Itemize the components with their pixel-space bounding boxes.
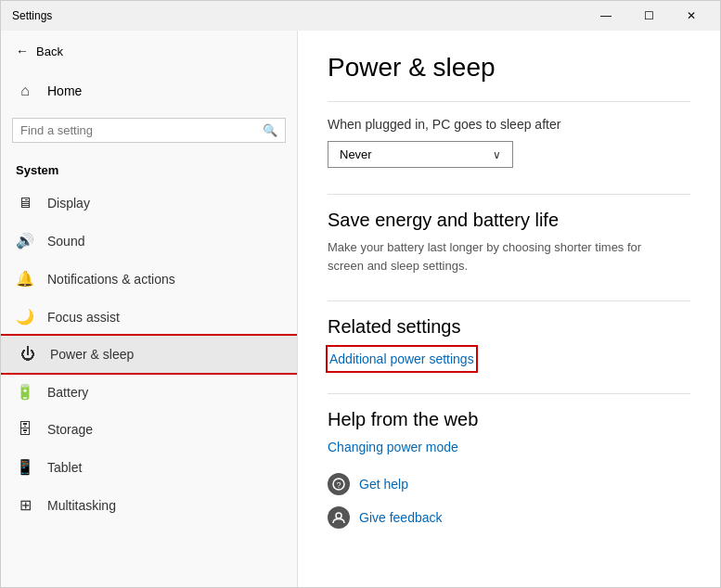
divider-4 [328, 393, 690, 394]
back-label: Back [36, 45, 63, 58]
divider-3 [328, 300, 690, 301]
save-energy-desc: Make your battery last longer by choosin… [328, 238, 680, 275]
window-content: ← Back ⌂ Home 🔍 System 🖥 Display 🔊 Sound [1, 31, 720, 587]
get-help-icon: ? [328, 473, 350, 495]
sidebar-item-display-label: Display [47, 196, 90, 211]
titlebar: Settings — ☐ ✕ [1, 1, 720, 31]
additional-power-settings-link[interactable]: Additional power settings [329, 352, 474, 366]
get-help-link[interactable]: Get help [359, 477, 408, 492]
home-nav-item[interactable]: ⌂ Home [1, 71, 297, 110]
notifications-icon: 🔔 [16, 270, 34, 288]
minimize-button[interactable]: — [585, 1, 627, 31]
storage-icon: 🗄 [16, 421, 34, 438]
sidebar-item-display[interactable]: 🖥 Display [1, 185, 297, 222]
sidebar-item-tablet[interactable]: 📱 Tablet [1, 448, 297, 486]
page-title: Power & sleep [328, 53, 690, 83]
sidebar-item-focus-label: Focus assist [47, 310, 120, 325]
get-help-item: ? Get help [328, 473, 690, 495]
additional-power-link-box: Additional power settings [328, 347, 476, 371]
battery-icon: 🔋 [16, 383, 34, 401]
sidebar-item-multitasking[interactable]: ⊞ Multitasking [1, 486, 297, 524]
related-settings-title: Related settings [328, 316, 690, 338]
sidebar-item-sound[interactable]: 🔊 Sound [1, 222, 297, 260]
tablet-icon: 📱 [16, 458, 34, 476]
sidebar-item-sound-label: Sound [47, 234, 84, 249]
sidebar-item-tablet-label: Tablet [47, 460, 82, 475]
divider-1 [328, 101, 690, 102]
sleep-section-label: When plugged in, PC goes to sleep after [328, 117, 690, 132]
window-controls: — ☐ ✕ [585, 1, 713, 31]
window-title: Settings [12, 9, 52, 22]
home-label: Home [47, 83, 82, 98]
sidebar-item-storage-label: Storage [47, 422, 93, 437]
sidebar-item-multitasking-label: Multitasking [47, 498, 116, 513]
save-energy-title: Save energy and battery life [328, 210, 690, 231]
svg-point-2 [336, 513, 341, 518]
sidebar-item-battery-label: Battery [47, 385, 88, 400]
back-arrow-icon: ← [16, 44, 29, 58]
home-icon: ⌂ [16, 83, 34, 99]
multitasking-icon: ⊞ [16, 496, 34, 514]
maximize-button[interactable]: ☐ [627, 1, 670, 31]
search-box[interactable]: 🔍 [12, 118, 286, 143]
help-title: Help from the web [328, 409, 690, 430]
sidebar-item-battery[interactable]: 🔋 Battery [1, 373, 297, 411]
close-button[interactable]: ✕ [670, 1, 713, 31]
give-feedback-icon [328, 506, 350, 529]
give-feedback-item: Give feedback [328, 506, 690, 529]
sidebar-item-notifications-label: Notifications & actions [47, 272, 175, 287]
sleep-dropdown-value: Never [340, 147, 372, 161]
sidebar-item-focus[interactable]: 🌙 Focus assist [1, 298, 297, 336]
give-feedback-link[interactable]: Give feedback [359, 510, 443, 525]
sidebar: ← Back ⌂ Home 🔍 System 🖥 Display 🔊 Sound [1, 31, 298, 587]
settings-window: Settings — ☐ ✕ ← Back ⌂ Home 🔍 System [0, 0, 721, 588]
divider-2 [328, 194, 690, 195]
sleep-dropdown[interactable]: Never ∨ [328, 141, 513, 168]
sound-icon: 🔊 [16, 232, 34, 249]
sidebar-item-power-label: Power & sleep [50, 347, 134, 362]
sidebar-item-storage[interactable]: 🗄 Storage [1, 411, 297, 448]
power-icon: ⏻ [19, 346, 37, 363]
search-icon: 🔍 [263, 123, 277, 137]
svg-text:?: ? [336, 480, 341, 490]
main-content: Power & sleep When plugged in, PC goes t… [298, 31, 720, 587]
search-input[interactable] [20, 123, 263, 137]
back-button[interactable]: ← Back [1, 31, 297, 71]
dropdown-arrow-icon: ∨ [493, 148, 501, 161]
feedback-section: ? Get help Give feedback [328, 473, 690, 529]
sidebar-item-power[interactable]: ⏻ Power & sleep [1, 336, 297, 373]
focus-icon: 🌙 [16, 308, 34, 326]
display-icon: 🖥 [16, 195, 34, 211]
sidebar-item-notifications[interactable]: 🔔 Notifications & actions [1, 260, 297, 298]
changing-power-link[interactable]: Changing power mode [328, 440, 690, 454]
sidebar-section-label: System [1, 150, 297, 185]
